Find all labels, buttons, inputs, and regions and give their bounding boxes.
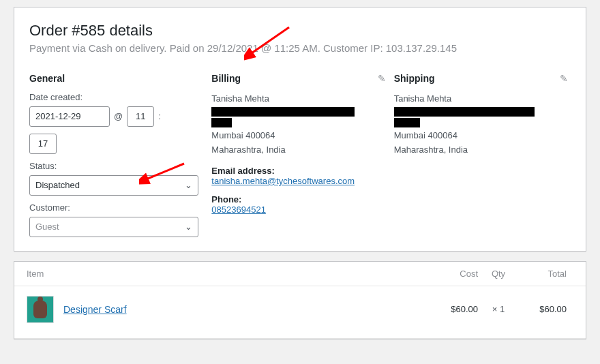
customer-label: Customer: xyxy=(29,202,206,213)
redacted-line xyxy=(394,107,535,117)
product-name: Designer Scarf xyxy=(63,304,423,315)
status-value: Dispatched xyxy=(35,180,80,190)
billing-phone-link[interactable]: 08523694521 xyxy=(211,204,266,215)
order-details-panel: Order #585 details Payment via Cash on d… xyxy=(14,7,586,252)
date-created-label: Date created: xyxy=(29,92,206,102)
billing-citypost: Mumbai 400064 xyxy=(211,129,388,143)
order-subtitle: Payment via Cash on delivery. Paid on 29… xyxy=(29,41,571,55)
shipping-address: Tanisha Mehta Mumbai 400064 Maharashtra,… xyxy=(394,92,571,157)
redacted-line xyxy=(211,107,355,117)
item-qty: × 1 xyxy=(478,304,519,314)
minute-input[interactable] xyxy=(29,134,57,154)
at-symbol: @ xyxy=(114,111,123,121)
billing-column: ✎ Billing Tanisha Mehta Mumbai 400064 Ma… xyxy=(211,73,388,237)
billing-email-link[interactable]: tanisha.mehta@tychesoftwares.com xyxy=(211,176,355,186)
shipping-region: Maharashtra, India xyxy=(394,143,571,157)
item-total: $60.00 xyxy=(519,304,573,314)
head-total: Total xyxy=(519,269,573,279)
billing-address: Tanisha Mehta Mumbai 400064 Maharashtra,… xyxy=(211,92,388,157)
email-label: Email address: xyxy=(211,166,388,176)
billing-name: Tanisha Mehta xyxy=(211,92,388,106)
svg-line-1 xyxy=(145,164,184,180)
time-colon: : xyxy=(158,111,161,121)
shipping-column: ✎ Shipping Tanisha Mehta Mumbai 400064 M… xyxy=(394,73,571,237)
date-created-input[interactable] xyxy=(29,106,110,127)
redacted-line xyxy=(394,118,420,127)
redacted-line xyxy=(211,118,232,127)
svg-line-0 xyxy=(250,27,289,55)
item-cost: $60.00 xyxy=(423,304,478,314)
item-row: Designer Scarf $60.00 × 1 $60.00 xyxy=(14,286,586,339)
pencil-icon[interactable]: ✎ xyxy=(378,73,386,84)
customer-value: Guest xyxy=(35,222,59,232)
customer-select[interactable]: Guest ⌄ xyxy=(29,217,198,237)
hour-input[interactable] xyxy=(127,106,154,127)
head-qty: Qty xyxy=(478,269,519,279)
annotation-arrow-status xyxy=(139,161,187,185)
shipping-name: Tanisha Mehta xyxy=(394,92,571,106)
shipping-heading: Shipping xyxy=(394,73,571,84)
order-items-panel: Item Cost Qty Total Designer Scarf $60.0… xyxy=(14,261,586,339)
billing-heading: Billing xyxy=(211,73,388,84)
thumb-image xyxy=(33,301,47,318)
phone-label: Phone: xyxy=(211,194,388,204)
general-heading: General xyxy=(29,73,206,84)
items-head: Item Cost Qty Total xyxy=(14,262,586,286)
shipping-citypost: Mumbai 400064 xyxy=(394,129,571,143)
annotation-arrow-header xyxy=(244,25,292,61)
chevron-down-icon: ⌄ xyxy=(185,222,192,232)
product-link[interactable]: Designer Scarf xyxy=(63,304,127,315)
order-title: Order #585 details xyxy=(29,21,571,41)
product-thumbnail[interactable] xyxy=(27,296,54,323)
head-cost: Cost xyxy=(423,269,478,279)
pencil-icon[interactable]: ✎ xyxy=(560,73,568,84)
head-item: Item xyxy=(27,269,423,279)
general-column: General Date created: @ : Status: Dispat… xyxy=(29,73,206,237)
billing-region: Maharashtra, India xyxy=(211,143,388,157)
